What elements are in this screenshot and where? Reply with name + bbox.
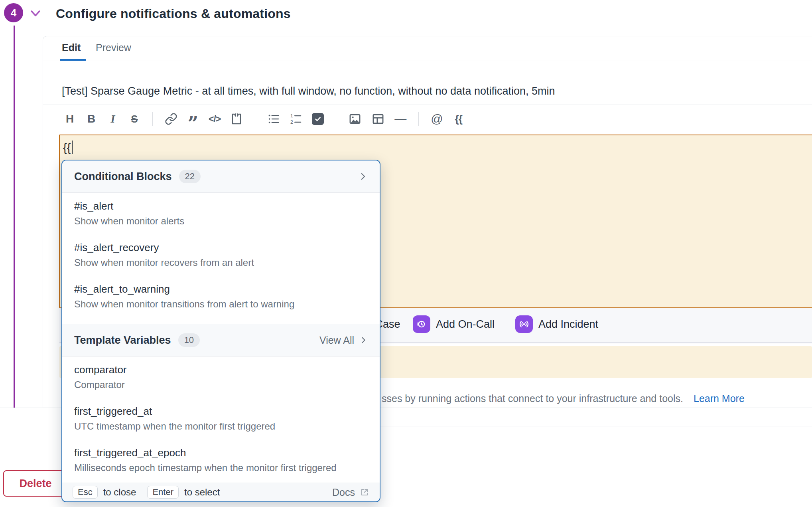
- template-autocomplete-popover: Conditional Blocks 22 #is_alert Show whe…: [61, 160, 380, 502]
- toolbar-divider: [418, 112, 419, 126]
- bold-icon[interactable]: B: [85, 111, 97, 127]
- tab-preview[interactable]: Preview: [96, 42, 131, 53]
- inline-code-icon[interactable]: </>: [209, 111, 221, 127]
- step-connector-line: [14, 26, 15, 408]
- editor-tabbar: [43, 36, 812, 61]
- chevron-down-icon: [30, 8, 41, 19]
- conditional-blocks-count-badge: 22: [179, 170, 201, 183]
- add-on-call-button[interactable]: Add On-Call: [413, 315, 495, 333]
- autocomplete-footer: Esc to close Enter to select Docs: [62, 483, 380, 501]
- image-icon[interactable]: [348, 111, 362, 127]
- autocomplete-item-comparator[interactable]: comparator Comparator: [62, 356, 380, 398]
- autocomplete-item-is-alert-to-warning[interactable]: #is_alert_to_warning Show when monitor t…: [62, 276, 380, 317]
- task-list-icon[interactable]: [312, 111, 324, 127]
- docs-link[interactable]: Docs: [332, 487, 369, 498]
- chevron-right-icon: [359, 336, 368, 345]
- view-all-link[interactable]: View All: [319, 335, 368, 346]
- toolbar-divider: [255, 112, 255, 126]
- external-link-icon: [360, 487, 369, 497]
- svg-text:2: 2: [290, 119, 293, 125]
- template-variables-section-header[interactable]: Template Variables 10 View All: [62, 324, 380, 356]
- enter-key-hint: Enter: [147, 486, 179, 499]
- text-cursor: [72, 141, 73, 154]
- svg-text:1: 1: [290, 113, 293, 119]
- strikethrough-icon[interactable]: S: [128, 111, 140, 127]
- italic-icon[interactable]: I: [107, 111, 119, 127]
- link-icon[interactable]: [165, 111, 177, 127]
- autocomplete-item-first-triggered-at[interactable]: first_triggered_at UTC timestamp when th…: [62, 398, 380, 440]
- numbered-list-icon[interactable]: 1 2: [290, 111, 302, 127]
- autocomplete-item-is-alert-recovery[interactable]: #is_alert_recovery Show when monitor rec…: [62, 234, 380, 276]
- code-block-icon[interactable]: [230, 111, 243, 127]
- automations-note-row: sses by running actions that connect to …: [382, 393, 745, 404]
- message-editor-text: {{: [63, 141, 73, 154]
- template-variable-icon[interactable]: {{: [453, 111, 465, 127]
- bulleted-list-icon[interactable]: [267, 111, 280, 127]
- chevron-right-icon: [358, 172, 368, 181]
- horizontal-rule-icon[interactable]: —: [394, 111, 406, 127]
- automations-note-text: sses by running actions that connect to …: [382, 393, 683, 404]
- table-icon[interactable]: [371, 111, 385, 127]
- collapse-section-button[interactable]: [30, 8, 41, 19]
- section-bottom-divider: [0, 408, 43, 408]
- autocomplete-item-is-alert[interactable]: #is_alert Show when monitor alerts: [62, 193, 380, 234]
- toolbar-divider: [152, 112, 153, 126]
- autocomplete-item-first-triggered-at-epoch[interactable]: first_triggered_at_epoch Milliseconds ep…: [62, 440, 380, 481]
- blockquote-icon[interactable]: ”: [187, 107, 199, 131]
- formatting-toolbar: H B I S ” </> 1: [64, 109, 465, 129]
- notification-title-value: [Test] Sparse Gauge Metric - at all time…: [62, 85, 555, 97]
- esc-key-hint: Esc: [73, 486, 98, 499]
- on-call-app-icon: [413, 315, 430, 333]
- incident-app-icon: [515, 315, 533, 333]
- monitor-editor-screen: 4 Configure notifications & automations …: [0, 0, 812, 507]
- toolbar-divider: [336, 112, 336, 126]
- template-variables-count-badge: 10: [178, 333, 200, 347]
- mention-icon[interactable]: @: [431, 111, 443, 127]
- step-number-badge[interactable]: 4: [4, 3, 23, 22]
- tab-edit[interactable]: Edit: [62, 42, 81, 53]
- section-gap: [62, 317, 380, 324]
- add-incident-button[interactable]: Add Incident: [515, 315, 598, 333]
- section-title: Configure notifications & automations: [56, 6, 291, 21]
- delete-button[interactable]: Delete: [3, 470, 68, 497]
- heading-icon[interactable]: H: [64, 111, 76, 127]
- learn-more-link[interactable]: Learn More: [694, 393, 745, 404]
- conditional-blocks-section-header[interactable]: Conditional Blocks 22: [62, 160, 380, 193]
- notification-title-input[interactable]: [43, 61, 812, 105]
